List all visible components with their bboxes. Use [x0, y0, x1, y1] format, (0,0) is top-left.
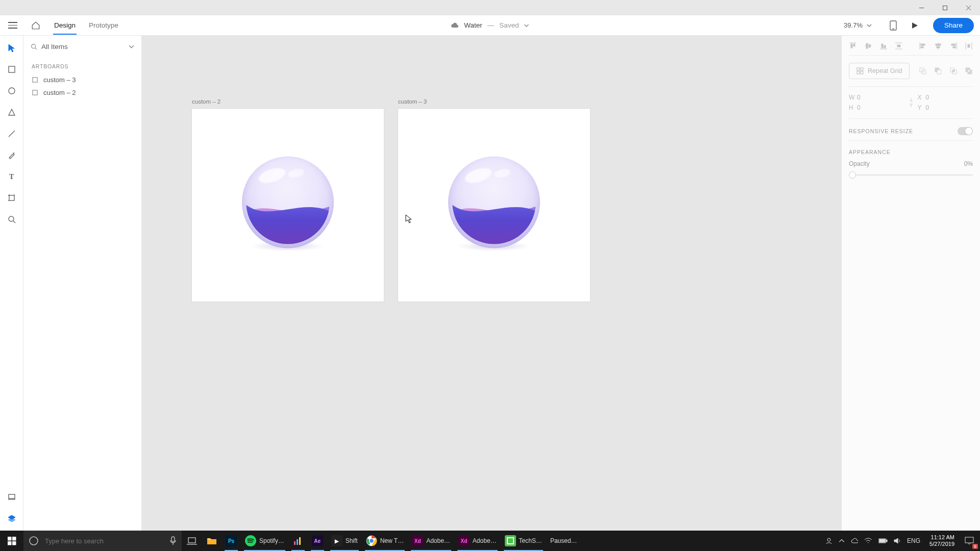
- taskbar-app-explorer[interactable]: [202, 531, 222, 551]
- svg-rect-78: [297, 539, 298, 545]
- ellipse-tool[interactable]: [7, 86, 17, 96]
- svg-rect-75: [207, 540, 216, 544]
- artboard[interactable]: custom – 2: [192, 109, 384, 302]
- align-left-icon[interactable]: [919, 42, 927, 50]
- assets-panel-button[interactable]: [7, 492, 17, 502]
- taskbar-app-photoshop[interactable]: Ps: [222, 531, 241, 551]
- volume-icon[interactable]: [894, 537, 901, 544]
- svg-point-82: [369, 539, 374, 543]
- input-language[interactable]: ENG: [907, 537, 920, 544]
- zoom-control[interactable]: 39.7%: [844, 21, 872, 29]
- notification-badge: 9: [972, 544, 978, 549]
- polygon-tool[interactable]: [7, 107, 17, 117]
- align-right-icon[interactable]: [949, 42, 958, 50]
- app-label: Adobe…: [473, 537, 497, 544]
- window-maximize-button[interactable]: [933, 0, 957, 15]
- select-tool[interactable]: [7, 43, 17, 53]
- line-tool[interactable]: [7, 129, 17, 139]
- zoom-tool[interactable]: [7, 214, 17, 224]
- x-field[interactable]: X0: [918, 94, 973, 101]
- artboard-icon: [32, 77, 38, 83]
- responsive-resize-toggle[interactable]: [958, 127, 973, 135]
- height-field[interactable]: H0: [849, 104, 904, 111]
- window-close-button[interactable]: [957, 0, 980, 15]
- bool-subtract-icon[interactable]: [934, 67, 942, 75]
- distribute-v-icon[interactable]: [895, 42, 903, 50]
- bool-intersect-icon[interactable]: [949, 67, 958, 75]
- start-button[interactable]: [0, 531, 23, 551]
- artboard[interactable]: custom – 3: [398, 109, 590, 302]
- taskbar-search-input[interactable]: [44, 537, 164, 545]
- chevron-down-icon[interactable]: [524, 23, 529, 28]
- share-button[interactable]: Share: [933, 18, 974, 33]
- taskbar-app-techsmith[interactable]: TechS…: [501, 531, 546, 551]
- taskbar-paused[interactable]: Paused…: [546, 531, 581, 551]
- y-field[interactable]: Y0: [918, 104, 973, 111]
- align-top-icon[interactable]: [849, 42, 857, 50]
- app-icon: Ps: [226, 535, 237, 546]
- tab-design[interactable]: Design: [53, 16, 77, 34]
- search-icon: [31, 43, 37, 50]
- layers-filter[interactable]: All Items: [23, 40, 141, 54]
- artboard-label[interactable]: custom – 2: [192, 98, 220, 105]
- taskbar-app-xd1[interactable]: XdAdobe…: [408, 531, 454, 551]
- onedrive-icon[interactable]: [851, 537, 858, 544]
- svg-rect-77: [294, 541, 296, 545]
- bool-exclude-icon[interactable]: [965, 67, 973, 75]
- svg-marker-6: [912, 22, 918, 29]
- layers-filter-label: All Items: [41, 43, 129, 51]
- taskbar-app-spotify[interactable]: Spotify…: [241, 531, 288, 551]
- taskbar-app-shift[interactable]: ▶Shift: [327, 531, 362, 551]
- bool-add-icon[interactable]: [919, 67, 927, 75]
- window-minimize-button[interactable]: [910, 0, 933, 15]
- opacity-slider[interactable]: [849, 170, 973, 180]
- taskbar-app-xd2[interactable]: XdAdobe…: [454, 531, 501, 551]
- taskbar-search[interactable]: [23, 531, 182, 551]
- taskbar-app-deezer[interactable]: [288, 531, 308, 551]
- text-tool[interactable]: T: [7, 171, 17, 182]
- repeat-grid-label: Repeat Grid: [868, 67, 902, 74]
- artboard-label[interactable]: custom – 3: [398, 98, 427, 105]
- people-icon[interactable]: [825, 537, 832, 544]
- action-center-button[interactable]: 9: [959, 531, 980, 551]
- pen-tool[interactable]: [7, 150, 17, 160]
- layer-item[interactable]: custom – 3: [23, 73, 141, 86]
- layer-label: custom – 3: [43, 76, 76, 84]
- device-preview-button[interactable]: [885, 17, 901, 34]
- taskbar-app-chrome[interactable]: New T…: [362, 531, 408, 551]
- canvas[interactable]: custom – 2custom – 3: [142, 36, 841, 531]
- tab-prototype[interactable]: Prototype: [88, 16, 119, 34]
- distribute-h-icon[interactable]: [965, 42, 973, 50]
- wifi-icon[interactable]: [864, 538, 872, 544]
- taskbar-app-ae[interactable]: Ae: [308, 531, 327, 551]
- align-vcenter-icon[interactable]: [864, 42, 872, 50]
- hamburger-menu-icon[interactable]: [8, 19, 20, 32]
- width-field[interactable]: W0: [849, 94, 904, 101]
- home-button[interactable]: [28, 17, 44, 34]
- mic-icon[interactable]: [169, 536, 177, 545]
- taskbar-clock[interactable]: 11:12 AM 5/27/2019: [925, 534, 959, 547]
- chevron-up-icon[interactable]: [839, 538, 845, 544]
- chevron-down-icon[interactable]: [129, 44, 134, 49]
- water-orb[interactable]: [242, 157, 334, 248]
- artboard-tool[interactable]: [7, 193, 17, 203]
- svg-text:T: T: [9, 173, 14, 181]
- water-orb[interactable]: [448, 157, 540, 248]
- zoom-value: 39.7%: [844, 21, 863, 29]
- lock-aspect-icon[interactable]: [909, 97, 914, 108]
- document-title[interactable]: Water — Saved: [451, 21, 529, 29]
- svg-line-19: [13, 221, 15, 223]
- repeat-grid-icon: [856, 67, 864, 74]
- play-preview-button[interactable]: [906, 17, 923, 34]
- align-bottom-icon[interactable]: [879, 42, 888, 50]
- tool-strip: T: [0, 36, 23, 531]
- battery-icon[interactable]: [878, 538, 888, 544]
- repeat-grid-button[interactable]: Repeat Grid: [849, 63, 910, 79]
- layers-panel-button[interactable]: [7, 513, 17, 523]
- layer-item[interactable]: custom – 2: [23, 86, 141, 99]
- rectangle-tool[interactable]: [7, 64, 17, 74]
- svg-rect-68: [12, 537, 16, 541]
- boolean-ops: [919, 67, 973, 75]
- align-hcenter-icon[interactable]: [934, 42, 942, 50]
- task-view-button[interactable]: [182, 531, 202, 551]
